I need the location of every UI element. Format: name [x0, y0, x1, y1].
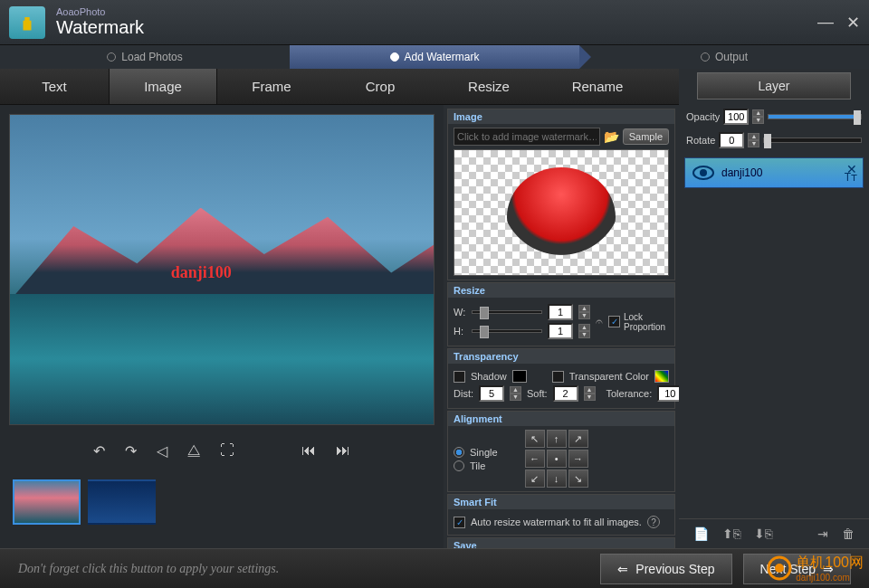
tab-rename[interactable]: Rename: [543, 69, 652, 104]
tolerance-value[interactable]: [657, 385, 679, 402]
layer-name: danji100: [721, 166, 762, 179]
width-slider[interactable]: [472, 310, 542, 314]
transparency-panel: Transparency Shadow Transparent Color Di…: [447, 348, 675, 409]
watermark-sample-image: [507, 167, 616, 258]
align-l[interactable]: ←: [525, 450, 545, 468]
align-b[interactable]: ↓: [547, 469, 567, 488]
rotate-slider[interactable]: [763, 138, 862, 143]
preview-canvas[interactable]: danji100: [9, 114, 434, 425]
duplicate-layer-icon[interactable]: ⬆⎘: [722, 526, 740, 541]
flip-v-icon[interactable]: ⧋: [187, 442, 200, 459]
width-value[interactable]: [548, 304, 573, 320]
footer-hint: Don't forget click this button to apply …: [18, 562, 279, 576]
help-icon[interactable]: ?: [647, 516, 660, 528]
tab-bar: Text Image Frame Crop Resize Rename: [0, 69, 679, 105]
next-image-icon[interactable]: ⏭: [336, 442, 350, 459]
minimize-button[interactable]: —: [817, 13, 834, 33]
step-add-watermark[interactable]: Add Watermark: [290, 45, 579, 69]
import-icon[interactable]: ⇥: [817, 526, 828, 541]
align-tl[interactable]: ↖: [525, 430, 545, 448]
previous-step-button[interactable]: ⇐Previous Step: [600, 554, 731, 584]
height-value[interactable]: [548, 323, 573, 339]
svg-point-1: [700, 169, 707, 176]
shadow-dist-value[interactable]: [479, 385, 504, 402]
alignment-grid: ↖↑↗ ←•→ ↙↓↘: [525, 430, 588, 488]
flip-h-icon[interactable]: ◁: [157, 442, 167, 460]
lock-proportion-checkbox[interactable]: [608, 316, 620, 327]
width-stepper[interactable]: ▲▼: [578, 305, 590, 319]
save-panel: Save Save & Create a New Layer▶: [447, 537, 675, 548]
new-layer-icon[interactable]: 📄: [693, 526, 709, 541]
app-logo: [9, 6, 45, 39]
prev-image-icon[interactable]: ⏮: [301, 442, 316, 459]
rotate-ccw-icon[interactable]: ↶: [93, 442, 105, 460]
layer-toolbar: 📄 ⬆⎘ ⬇⎘ ⇥ 🗑: [679, 518, 869, 548]
shadow-soft-value[interactable]: [553, 385, 578, 402]
sample-button[interactable]: Sample: [623, 128, 669, 145]
shadow-color-swatch[interactable]: [512, 370, 527, 383]
tab-text[interactable]: Text: [0, 69, 109, 104]
app-title: AoaoPhoto Watermark: [56, 6, 144, 38]
thumbnail-strip: [9, 476, 434, 539]
next-step-button[interactable]: Next Step⇒: [743, 554, 851, 584]
align-t[interactable]: ↑: [547, 430, 567, 448]
visibility-eye-icon[interactable]: [692, 166, 714, 180]
align-r[interactable]: →: [568, 450, 588, 468]
shadow-checkbox[interactable]: [454, 371, 465, 383]
align-bl[interactable]: ↙: [525, 469, 545, 488]
vendor-label: AoaoPhoto: [56, 6, 144, 17]
browse-folder-icon[interactable]: 📂: [604, 129, 619, 144]
tab-frame[interactable]: Frame: [217, 69, 326, 104]
thumbnail-1[interactable]: [13, 479, 81, 525]
padlock-icon: [19, 14, 35, 31]
align-tile-radio[interactable]: [454, 460, 464, 471]
opacity-slider[interactable]: [768, 114, 862, 119]
align-c[interactable]: •: [547, 450, 567, 468]
text-type-icon: Tᴛ: [845, 171, 857, 184]
watermark-preview: [454, 149, 669, 276]
smartfit-panel: Smart Fit Auto resize watermark to fit a…: [447, 494, 675, 536]
step-output[interactable]: Output: [579, 45, 869, 69]
rotate-cw-icon[interactable]: ↷: [125, 442, 137, 460]
watermark-path-input[interactable]: [454, 128, 600, 146]
arrow-right-icon: ⇒: [823, 562, 834, 576]
transparent-color-swatch[interactable]: [654, 370, 669, 383]
step-load-photos[interactable]: Load Photos: [0, 45, 290, 69]
footer: Don't forget click this button to apply …: [0, 548, 869, 588]
resize-panel: Resize W:▲▼ H:▲▼ 𝄐 Lock Proportion: [447, 282, 675, 346]
opacity-value[interactable]: [723, 109, 749, 125]
link-icon: 𝄐: [596, 314, 603, 329]
step-bar: Load Photos Add Watermark Output: [0, 45, 869, 69]
tab-crop[interactable]: Crop: [326, 69, 434, 104]
layer-panel-title: Layer: [697, 72, 851, 100]
fullscreen-icon[interactable]: ⛶: [220, 442, 234, 459]
height-slider[interactable]: [472, 329, 542, 333]
tab-resize[interactable]: Resize: [434, 69, 543, 104]
image-panel: Image 📂 Sample: [447, 109, 675, 280]
tab-image[interactable]: Image: [109, 69, 217, 104]
smartfit-checkbox[interactable]: [454, 517, 465, 528]
title-bar: AoaoPhoto Watermark — ✕: [0, 0, 869, 45]
layer-item[interactable]: danji100 ✕ Tᴛ: [684, 157, 864, 188]
rotate-value[interactable]: [719, 132, 744, 148]
trash-icon[interactable]: 🗑: [842, 526, 855, 541]
align-single-radio[interactable]: [454, 447, 464, 458]
align-tr[interactable]: ↗: [568, 430, 588, 448]
close-button[interactable]: ✕: [846, 13, 860, 33]
export-layer-icon[interactable]: ⬇⎘: [754, 526, 772, 541]
thumbnail-2[interactable]: [88, 479, 156, 525]
align-br[interactable]: ↘: [568, 469, 588, 488]
preview-toolbar: ↶ ↷ ◁ ⧋ ⛶ ⏮ ⏭: [9, 432, 434, 469]
app-name: Watermark: [56, 17, 144, 38]
alignment-panel: Alignment Single Tile ↖↑↗ ←•→ ↙↓↘: [447, 411, 675, 492]
height-stepper[interactable]: ▲▼: [578, 324, 590, 338]
watermark-overlay-text[interactable]: danji100: [171, 263, 232, 282]
arrow-left-icon: ⇐: [617, 562, 628, 576]
transparent-color-checkbox[interactable]: [552, 371, 564, 383]
